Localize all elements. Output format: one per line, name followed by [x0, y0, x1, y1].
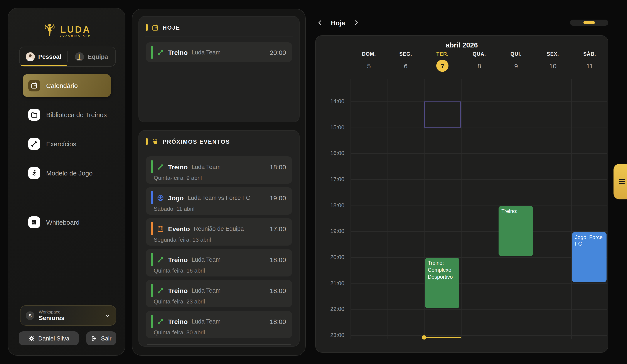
calendar-day-8[interactable]: QUA. 8 — [461, 51, 498, 72]
grid-hour-line — [351, 231, 607, 232]
event-color-bar — [151, 315, 153, 328]
upcoming-panel: PRÓXIMOS EVENTOS Treino Luda Team 18:00 … — [138, 130, 300, 347]
event-type-icon — [157, 287, 164, 294]
event-date: Quinta-feira, 23 abril — [146, 298, 292, 305]
workspace-selector[interactable]: S Workspace Seniores — [20, 305, 116, 326]
calendar-event[interactable]: Treino: Complexo Desportivo — [425, 258, 459, 308]
grid-column-line — [571, 79, 572, 339]
grid-column-line — [351, 79, 351, 339]
calendar-day-7[interactable]: TER. 7 — [424, 51, 461, 72]
view-button-semana[interactable] — [583, 21, 595, 24]
calendar-day-5[interactable]: DOM. 5 — [351, 51, 387, 72]
accent-bar — [146, 24, 147, 31]
user-name: Daniel Silva — [38, 335, 69, 342]
event-type: Treino — [168, 287, 188, 294]
calendar-day-9[interactable]: QUI. 9 — [498, 51, 534, 72]
selected-time-slot[interactable] — [424, 102, 461, 127]
day-name: SEX. — [547, 51, 559, 57]
logout-button[interactable]: Sair — [86, 331, 116, 345]
luda-figure-icon — [43, 22, 57, 40]
logout-label: Sair — [101, 335, 111, 342]
event-list-item[interactable]: Treino Luda Team 20:00 — [146, 42, 292, 62]
day-name: TER. — [436, 51, 448, 57]
grid-hour-line — [351, 179, 607, 180]
sidebar-item-exerc-cios[interactable]: Exercícios — [23, 132, 111, 156]
next-week-button[interactable] — [351, 18, 361, 27]
sidebar-item-label: Calendário — [46, 82, 78, 89]
app-window: LUDA COACHING APP Pessoal LUDA Equipa Ca… — [0, 0, 627, 364]
calendar-day-11[interactable]: SÁB. 11 — [571, 51, 608, 72]
day-number: 5 — [363, 60, 375, 72]
calendar-day-6[interactable]: SEG. 6 — [387, 51, 424, 72]
tab-label: Pessoal — [38, 53, 61, 60]
grid-hour-line — [351, 309, 607, 310]
workspace-label: Workspace — [39, 309, 100, 314]
tab-label: Equipa — [88, 53, 108, 60]
sidebar: LUDA COACHING APP Pessoal LUDA Equipa Ca… — [8, 8, 125, 356]
sidebar-item-icon-tile — [28, 167, 40, 179]
profile-tabs: Pessoal LUDA Equipa — [19, 47, 116, 67]
current-time-line — [424, 337, 461, 338]
events-column: HOJE Treino Luda Team 20:00 PRÓXIMOS EVE… — [132, 9, 306, 356]
event-list-item[interactable]: Treino Luda Team 18:00 Quinta-feira, 30 … — [146, 311, 292, 338]
accent-bar — [146, 138, 147, 145]
calendar-day-10[interactable]: SEX. 10 — [534, 51, 571, 72]
event-subtitle: Luda Team — [192, 287, 266, 294]
today-panel: HOJE Treino Luda Team 20:00 — [138, 16, 300, 122]
event-type-icon — [157, 194, 164, 201]
profile-tab-equipa[interactable]: LUDA Equipa — [68, 47, 115, 66]
event-date: Segunda-feira, 13 abril — [146, 236, 292, 243]
event-type: Treino — [168, 318, 188, 325]
event-time: 19:00 — [270, 194, 286, 201]
logo-wordmark: LUDA — [60, 25, 91, 34]
hour-label: 18:00 — [316, 202, 344, 208]
user-settings-button[interactable]: Daniel Silva — [19, 331, 79, 345]
event-list-item[interactable]: Treino Luda Team 18:00 Quinta-feira, 16 … — [146, 249, 292, 276]
grid-column-line — [534, 79, 535, 339]
event-date: Quinta-feira, 30 abril — [146, 329, 292, 336]
hour-label: 21:00 — [316, 280, 344, 286]
day-name: QUI. — [511, 51, 522, 57]
profile-tab-pessoal[interactable]: Pessoal — [20, 47, 67, 66]
event-type-icon — [157, 225, 164, 232]
event-time: 18:00 — [270, 163, 286, 170]
sidebar-item-biblioteca-de-treinos[interactable]: Biblioteca de Treinos — [23, 103, 111, 126]
event-color-bar — [151, 46, 153, 59]
event-time: 18:00 — [270, 256, 286, 263]
hour-label: 20:00 — [316, 254, 344, 260]
event-list-item[interactable]: Treino Luda Team 18:00 Quinta-feira, 9 a… — [146, 156, 292, 184]
event-subtitle: Luda Team — [192, 163, 266, 170]
day-name: DOM. — [362, 51, 376, 57]
sidebar-item-icon-tile — [28, 138, 40, 150]
view-button-mês[interactable] — [596, 21, 607, 24]
side-menu-handle[interactable] — [614, 164, 627, 200]
today-button[interactable]: Hoje — [331, 19, 345, 26]
grid-hour-line — [351, 205, 607, 206]
event-date: Quinta-feira, 16 abril — [146, 267, 292, 274]
sidebar-item-icon-tile — [28, 80, 40, 92]
prev-week-button[interactable] — [315, 18, 325, 27]
sidebar-item-modelo-de-jogo[interactable]: Modelo de Jogo — [23, 161, 111, 185]
sidebar-item-icon-tile — [28, 216, 40, 228]
hour-label: 23:00 — [316, 332, 344, 338]
event-list-item[interactable]: Evento Reunião de Equipa 17:00 Segunda-f… — [146, 218, 292, 246]
event-list-item[interactable]: Treino Luda Team 18:00 Quinta-feira, 23 … — [146, 280, 292, 308]
calendar-grid[interactable]: 14:0015:0016:0017:0018:0019:0020:0021:00… — [316, 79, 608, 352]
tab-avatar: LUDA — [75, 52, 84, 61]
app-logo: LUDA COACHING APP — [8, 21, 125, 41]
calendar-event[interactable]: Jogo: Force FC — [572, 232, 607, 282]
sidebar-item-label: Biblioteca de Treinos — [46, 111, 107, 118]
event-list-item[interactable]: Jogo Luda Team vs Force FC 19:00 Sábado,… — [146, 187, 292, 215]
event-type: Treino — [168, 256, 188, 263]
grid-column-line — [498, 79, 498, 339]
event-color-bar — [151, 284, 153, 297]
gear-icon — [28, 335, 35, 342]
sidebar-item-whiteboard[interactable]: Whiteboard — [23, 211, 111, 234]
sidebar-item-label: Modelo de Jogo — [46, 169, 93, 177]
calendar-event[interactable]: Treino: — [498, 206, 533, 256]
event-subtitle: Luda Team vs Force FC — [188, 194, 266, 201]
event-time: 20:00 — [270, 49, 286, 56]
sidebar-item-calend-rio[interactable]: Calendário — [23, 74, 111, 97]
view-button-dia[interactable] — [571, 21, 583, 24]
event-subtitle: Luda Team — [192, 49, 266, 55]
